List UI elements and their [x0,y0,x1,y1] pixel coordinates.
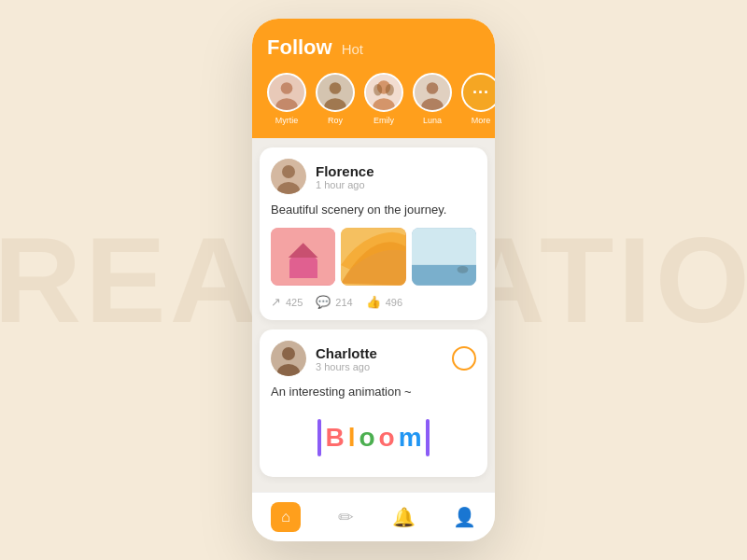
nav-notifications[interactable]: 🔔 [392,506,416,528]
bloom-letter-m: m [399,423,422,453]
header: Follow Hot Myrtie [252,19,495,138]
avatar-myrtie [267,73,306,112]
svg-point-29 [282,347,295,360]
explore-icon: ✏ [338,506,354,528]
avatar-name-more: More [472,116,491,125]
header-tabs: Follow Hot [267,35,480,60]
avatar-emily [364,73,403,112]
like-icon: 👍 [366,295,381,309]
svg-point-15 [282,165,295,178]
nav-explore[interactable]: ✏ [338,506,354,528]
svg-rect-25 [412,228,476,265]
bloom-letter-o2: o [379,423,395,453]
post-text-florence: Beautiful scenery on the journey. [271,202,476,218]
svg-point-1 [281,82,293,94]
content-area: Florence 1 hour ago Beautiful scenery on… [252,138,495,492]
nav-home-bg: ⌂ [271,502,301,532]
bloom-letter-B: B [325,423,344,453]
avatar-charlotte [271,341,306,376]
phone-frame: Follow Hot Myrtie [252,19,495,541]
svg-point-27 [457,266,468,273]
bottom-nav: ⌂ ✏ 🔔 👤 [252,492,495,541]
time-charlotte: 3 hours ago [316,361,443,372]
bloom-bar-left [317,419,321,456]
post-card-florence: Florence 1 hour ago Beautiful scenery on… [260,147,487,320]
stat-comments-count: 214 [335,297,352,308]
svg-point-10 [386,84,394,96]
time-florence: 1 hour ago [316,179,476,190]
bloom-letter-l: l [348,423,356,453]
bell-icon: 🔔 [392,506,416,528]
stat-likes-count: 496 [386,297,402,308]
avatar-name-luna: Luna [423,116,442,125]
comment-icon: 💬 [316,295,331,309]
avatar-florence [271,159,306,194]
image-grid-florence [271,228,476,286]
share-icon: ↗ [271,295,281,309]
nav-profile[interactable]: 👤 [453,506,476,528]
avatar-item-roy[interactable]: Roy [316,73,355,125]
post-image-1 [271,228,335,286]
avatar-item-emily[interactable]: Emily [364,73,403,125]
post-header-florence: Florence 1 hour ago [271,159,476,194]
hot-tab[interactable]: Hot [342,41,363,57]
follow-tab[interactable]: Follow [267,35,332,60]
user-info-florence: Florence 1 hour ago [316,163,476,190]
user-info-charlotte: Charlotte 3 hours ago [316,345,443,372]
username-charlotte: Charlotte [316,345,443,361]
more-dots-icon: ··· [472,83,489,103]
bloom-bar-right [426,419,430,456]
avatar-item-more[interactable]: ··· More [461,73,495,125]
stats-row-florence: ↗ 425 💬 214 👍 496 [271,295,476,309]
svg-point-12 [427,82,439,94]
avatar-luna [413,73,452,112]
avatar-roy [316,73,355,112]
avatar-name-emily: Emily [374,116,394,125]
svg-point-9 [374,84,382,96]
follow-button-charlotte[interactable] [452,346,476,371]
stat-shares: ↗ 425 [271,295,303,309]
avatars-row: Myrtie Roy [267,73,480,138]
username-florence: Florence [316,163,476,179]
post-text-charlotte: An interesting animation ~ [271,384,476,400]
svg-rect-22 [306,259,314,267]
post-image-2 [341,228,405,286]
nav-home[interactable]: ⌂ [271,502,301,532]
home-icon: ⌂ [281,509,290,525]
stat-shares-count: 425 [286,297,303,308]
avatar-name-roy: Roy [328,116,343,125]
post-card-charlotte: Charlotte 3 hours ago An interesting ani… [260,329,487,477]
svg-rect-20 [298,263,309,276]
post-header-charlotte: Charlotte 3 hours ago [271,341,476,376]
post-image-3 [412,228,476,286]
avatar-name-myrtie: Myrtie [275,116,299,125]
svg-rect-21 [293,259,301,267]
bloom-letter-o1: o [359,423,374,453]
avatar-item-luna[interactable]: Luna [413,73,452,125]
person-icon: 👤 [453,506,476,528]
avatar-more: ··· [461,73,495,112]
bloom-animation: B l o o m [271,410,476,466]
svg-point-4 [330,82,342,94]
avatar-item-myrtie[interactable]: Myrtie [267,73,306,125]
stat-likes: 👍 496 [366,295,402,309]
stat-comments: 💬 214 [316,295,352,309]
svg-rect-18 [291,256,316,276]
